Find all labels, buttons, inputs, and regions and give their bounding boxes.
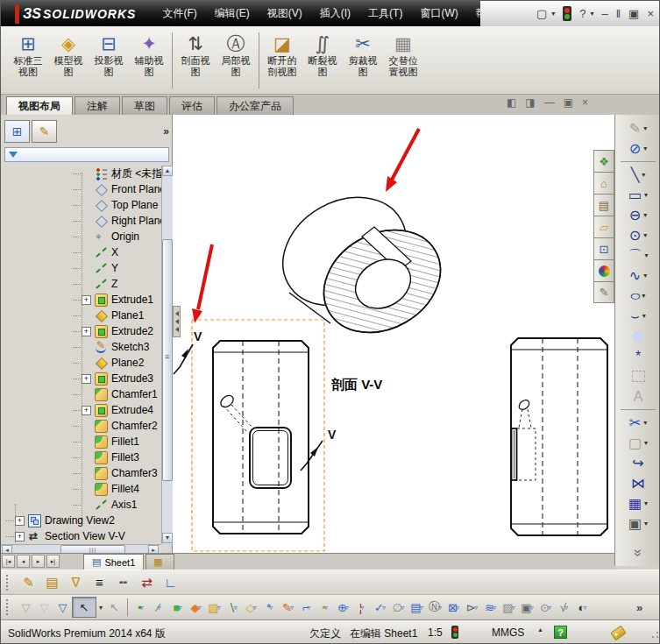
last-sheet-button[interactable]: ▸|: [46, 555, 60, 568]
trim-entities-tool[interactable]: ✂▾: [615, 413, 660, 433]
fillet-tool[interactable]: ⌣▾: [615, 306, 660, 326]
custom-properties-tab[interactable]: ✎: [593, 281, 614, 303]
filter-midpoints-icon[interactable]: •: [316, 598, 334, 617]
tree-item-plane1[interactable]: Plane1: [1, 308, 161, 323]
overflow-chevron[interactable]: »: [630, 598, 649, 617]
slot-tool-dropdown[interactable]: ▾: [643, 211, 647, 219]
propertymanager-tab[interactable]: ✎: [32, 120, 57, 143]
layer-icon[interactable]: ▤: [40, 573, 64, 592]
tree-item-y[interactable]: Y: [1, 260, 161, 276]
tree-item-sketch3[interactable]: Sketch3: [1, 339, 161, 355]
filter-centerline-icon[interactable]: ¦: [352, 598, 371, 617]
spline-tool-dropdown[interactable]: ▾: [643, 272, 647, 280]
tree-item-item[interactable]: 材质 <未指定: [1, 166, 161, 181]
model-view-button[interactable]: ◈模型视图: [48, 31, 89, 78]
filter-hatch-icon[interactable]: ▨: [500, 598, 518, 617]
select-cursor-button-dropdown[interactable]: ▾: [96, 604, 105, 612]
tree-item-front-plane[interactable]: Front Plane: [1, 181, 161, 197]
toggle-all-filters-icon[interactable]: ▽: [53, 598, 72, 617]
slot-tool[interactable]: ⊖▾: [615, 205, 660, 225]
filter-hole-callouts-icon[interactable]: ∅: [389, 598, 408, 617]
tree-item-fillet3[interactable]: Fillet3: [1, 449, 161, 465]
tab-office-products[interactable]: 办公室产品: [216, 96, 294, 115]
hatch-tool[interactable]: [615, 366, 660, 386]
convert-entities-tool[interactable]: ▢▾: [615, 433, 660, 453]
expand-toggle[interactable]: +: [82, 406, 91, 415]
traffic-light-icon[interactable]: [563, 6, 571, 21]
tree-item-extrude3[interactable]: +Extrude3: [1, 371, 161, 386]
menu-insert[interactable]: 插入(I): [313, 4, 358, 24]
appearances-tab[interactable]: [593, 259, 614, 281]
help-button[interactable]: ?: [579, 8, 585, 19]
filter-solid-bodies-icon[interactable]: ▨: [205, 598, 224, 617]
tree-item-chamfer1[interactable]: Chamfer1: [1, 386, 161, 402]
pane-right-icon[interactable]: ◨: [525, 97, 535, 108]
restore-child-icon[interactable]: ▣: [564, 97, 573, 108]
new-document-button[interactable]: ▢: [536, 8, 547, 19]
tab-annotation[interactable]: 注解: [75, 96, 120, 115]
filter-edges-icon[interactable]: ∕: [150, 598, 168, 617]
offset-entities-tool[interactable]: ↪: [615, 453, 660, 473]
move-entities-tool-dropdown[interactable]: ▾: [644, 520, 648, 527]
tree-filter-input[interactable]: [4, 147, 169, 162]
graphics-area[interactable]: V V 剖面 V-V: [173, 115, 614, 553]
trim-entities-tool-dropdown[interactable]: ▾: [643, 419, 647, 427]
filter-surface-finish-icon[interactable]: √: [555, 598, 573, 617]
filter-datums-icon[interactable]: ⊳: [463, 598, 481, 617]
toolbar-grip[interactable]: [6, 575, 11, 591]
expand-toggle[interactable]: +: [82, 327, 91, 336]
line-thickness-icon[interactable]: ≡: [88, 573, 111, 592]
tree-item-axis1[interactable]: Axis1: [1, 497, 161, 513]
smart-dimension-button-dropdown[interactable]: ▾: [643, 145, 647, 152]
tree-item-section-view-v-v[interactable]: +Section View V-V: [1, 528, 161, 544]
design-library-tab[interactable]: ▤: [593, 194, 614, 216]
maximize-button[interactable]: ▣: [628, 8, 639, 19]
filter-dimensions-icon[interactable]: ✓: [371, 598, 389, 617]
toolbar-grip[interactable]: [6, 599, 11, 615]
smart-dimension-button[interactable]: ⊘▾: [615, 138, 660, 159]
filter-mass-properties-icon[interactable]: ◐: [573, 598, 592, 617]
tab-view-layout[interactable]: 视图布局: [6, 96, 73, 115]
prev-sheet-button[interactable]: ◂: [17, 555, 30, 568]
tree-item-extrude1[interactable]: +Extrude1: [1, 292, 161, 308]
tree-item-fillet1[interactable]: Fillet1: [1, 434, 161, 449]
lasso-select-icon[interactable]: ↖: [105, 598, 124, 617]
sketch-button[interactable]: ✎▾: [615, 118, 660, 138]
line-tool[interactable]: ╲▾: [615, 165, 660, 185]
right-view[interactable]: [511, 338, 607, 535]
filter-balloons-icon[interactable]: Ⓝ: [426, 598, 444, 617]
resources-tab[interactable]: ⌂: [593, 172, 614, 194]
restore-button[interactable]: ‖: [616, 8, 621, 19]
add-sheet-tab[interactable]: ▦: [145, 554, 174, 570]
tree-item-origin[interactable]: Origin: [1, 229, 161, 244]
filter-toggle-icon[interactable]: ▽: [17, 598, 35, 617]
tree-item-right-plane[interactable]: Right Plane: [1, 213, 161, 229]
tags-icon[interactable]: [610, 626, 627, 641]
rectangle-tool-dropdown[interactable]: ▾: [644, 191, 648, 199]
file-explorer-tab[interactable]: ▱: [593, 216, 614, 237]
menu-view[interactable]: 视图(V): [260, 4, 309, 24]
help-button-dropdown[interactable]: ▾: [590, 11, 593, 18]
new-document-button-dropdown[interactable]: ▾: [551, 11, 555, 18]
linear-pattern-tool[interactable]: ▦▾: [615, 493, 660, 513]
sketch-button-dropdown[interactable]: ▾: [643, 124, 647, 132]
filter-planes-icon[interactable]: ◇: [242, 598, 260, 617]
tree-item-chamfer3[interactable]: Chamfer3: [1, 465, 161, 481]
scroll-thumb[interactable]: [162, 239, 173, 481]
section-view-button[interactable]: ⇅剖面视图: [175, 31, 216, 78]
filter-weld-symbols-icon[interactable]: ≋: [481, 598, 500, 617]
filter-notes-icon[interactable]: ▤: [408, 598, 426, 617]
filter-axes-icon[interactable]: ∖: [224, 598, 242, 617]
circle-tool-dropdown[interactable]: ▾: [643, 231, 647, 239]
tree-item-fillet4[interactable]: Fillet4: [1, 481, 161, 497]
convert-entities-tool-dropdown[interactable]: ▾: [644, 439, 648, 447]
tree-item-extrude4[interactable]: +Extrude4: [1, 402, 161, 418]
circle-tool[interactable]: ⊙▾: [615, 225, 660, 245]
units-dropdown-icon[interactable]: ▲: [537, 626, 543, 633]
filter-sketches-icon[interactable]: ✎: [279, 598, 297, 617]
color-display-mode-icon[interactable]: ∟: [159, 573, 182, 592]
ellipse-tool-dropdown[interactable]: ▾: [642, 292, 645, 300]
move-entities-tool[interactable]: ▣▾: [615, 513, 660, 534]
front-view[interactable]: [213, 341, 309, 534]
arc-tool-dropdown[interactable]: ▾: [644, 251, 648, 259]
